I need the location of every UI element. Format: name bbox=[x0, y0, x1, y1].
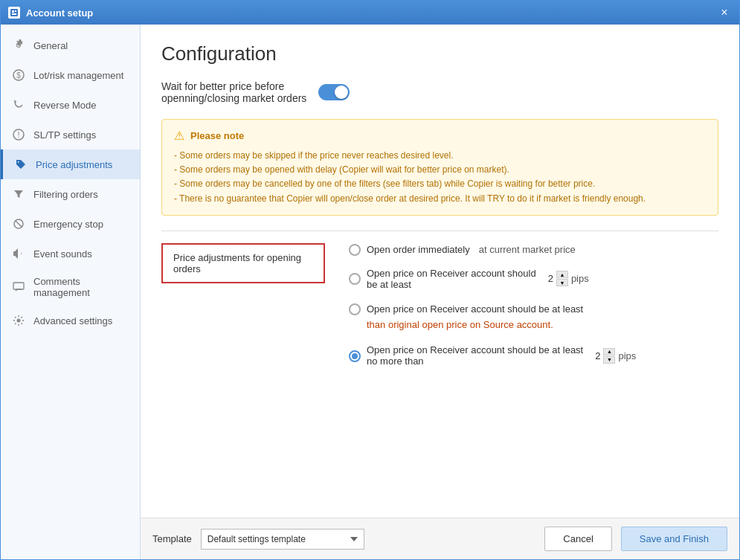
toggle-row: Wait for better price beforeopenning/clo… bbox=[161, 80, 718, 104]
svg-line-9 bbox=[16, 221, 22, 227]
account-setup-window: Account setup × General $ Lot/risk manag… bbox=[0, 0, 740, 560]
radio-label-1-suffix: at current market price bbox=[479, 244, 576, 255]
sidebar-item-price-adjustments[interactable]: Price adjustments bbox=[1, 149, 140, 179]
radio-option-2: Open price on Receiver account shouldbe … bbox=[349, 268, 718, 290]
warning-icon: ⚠ bbox=[174, 129, 184, 143]
notice-line-4: - There is no guarantee that Copier will… bbox=[174, 192, 706, 206]
pips-label-4: pips bbox=[618, 350, 636, 361]
sidebar: General $ Lot/risk management Reverse Mo… bbox=[1, 25, 141, 559]
radio-option-4: Open price on Receiver account should be… bbox=[349, 344, 718, 367]
section-label-text: Price adjustments for opening orders bbox=[173, 252, 301, 274]
refresh-icon bbox=[11, 97, 26, 112]
template-label: Template bbox=[152, 533, 192, 544]
section-options: Open order immediately at current market… bbox=[325, 243, 718, 367]
dollar-icon: $ bbox=[11, 68, 26, 83]
content-area: Configuration Wait for better price befo… bbox=[141, 25, 739, 559]
notice-text: - Some orders may be skipped if the pric… bbox=[174, 149, 706, 206]
template-select[interactable]: Default settings template bbox=[201, 529, 364, 550]
pips-value-4: 2 bbox=[595, 350, 600, 361]
radio-option-3: Open price on Receiver account should be… bbox=[349, 302, 718, 333]
radio-label-4: Open price on Receiver account should be… bbox=[367, 344, 583, 367]
svg-rect-1 bbox=[12, 10, 14, 13]
radio-row-4: Open price on Receiver account should be… bbox=[349, 344, 718, 367]
radio-button-3[interactable] bbox=[349, 303, 361, 315]
radio-row-2: Open price on Receiver account shouldbe … bbox=[349, 268, 718, 290]
notice-line-3: - Some orders may be cancelled by one of… bbox=[174, 177, 706, 191]
sidebar-item-lot-risk-label: Lot/risk management bbox=[33, 70, 123, 81]
filter-icon bbox=[11, 187, 26, 202]
app-icon bbox=[8, 7, 20, 19]
svg-point-11 bbox=[17, 319, 21, 323]
sidebar-item-filtering-label: Filtering orders bbox=[33, 189, 98, 200]
radio-label-1: Open order immediately bbox=[367, 244, 470, 255]
tag-icon bbox=[13, 157, 28, 172]
radio-row-3: Open price on Receiver account should be… bbox=[349, 302, 718, 333]
svg-text:!: ! bbox=[17, 130, 19, 139]
pips-value-2: 2 bbox=[548, 273, 553, 284]
sidebar-item-comments[interactable]: Comments management bbox=[1, 268, 140, 306]
settings-section: Price adjustments for opening orders Ope… bbox=[161, 231, 718, 367]
radio-button-2[interactable] bbox=[349, 273, 361, 285]
radio-button-4[interactable] bbox=[349, 350, 361, 362]
close-button[interactable]: × bbox=[717, 5, 732, 20]
sidebar-item-sl-tp[interactable]: ! SL/TP settings bbox=[1, 120, 140, 149]
main-content: General $ Lot/risk management Reverse Mo… bbox=[1, 25, 739, 559]
pips-label-2: pips bbox=[571, 273, 589, 284]
pips-up-2[interactable]: ▲ bbox=[556, 271, 568, 278]
notice-title: Please note bbox=[190, 130, 244, 141]
footer: Template Default settings template Cance… bbox=[141, 518, 739, 559]
section-label-box: Price adjustments for opening orders bbox=[161, 243, 325, 283]
notice-header: ⚠ Please note bbox=[174, 129, 706, 143]
pips-arrows-4: ▲ ▼ bbox=[603, 348, 615, 364]
svg-rect-3 bbox=[12, 13, 16, 15]
radio-button-1[interactable] bbox=[349, 244, 361, 256]
volume-icon bbox=[11, 246, 26, 261]
sidebar-item-price-label: Price adjustments bbox=[36, 159, 112, 170]
pips-arrows-2: ▲ ▼ bbox=[556, 271, 568, 286]
sidebar-item-sltp-label: SL/TP settings bbox=[33, 129, 96, 141]
cog-advanced-icon bbox=[11, 313, 26, 328]
toggle-label: Wait for better price beforeopenning/clo… bbox=[161, 80, 306, 104]
sidebar-item-general-label: General bbox=[33, 40, 68, 51]
pips-down-4[interactable]: ▼ bbox=[603, 356, 615, 364]
sidebar-item-filtering[interactable]: Filtering orders bbox=[1, 179, 140, 209]
radio-option-1: Open order immediately at current market… bbox=[349, 243, 718, 256]
radio-label-2: Open price on Receiver account shouldbe … bbox=[367, 268, 536, 290]
sidebar-item-reverse-mode[interactable]: Reverse Mode bbox=[1, 90, 140, 120]
radio-row-1: Open order immediately at current market… bbox=[349, 243, 718, 256]
sidebar-item-emergency-label: Emergency stop bbox=[33, 219, 103, 230]
info-icon: ! bbox=[11, 127, 26, 142]
cancel-button[interactable]: Cancel bbox=[544, 527, 611, 551]
save-finish-button[interactable]: Save and Finish bbox=[621, 527, 727, 551]
notice-line-1: - Some orders may be skipped if the pric… bbox=[174, 149, 706, 163]
svg-rect-2 bbox=[15, 10, 16, 12]
toggle-switch[interactable] bbox=[318, 84, 350, 100]
svg-rect-10 bbox=[13, 283, 24, 289]
sidebar-item-reverse-label: Reverse Mode bbox=[33, 100, 97, 111]
titlebar: Account setup × bbox=[1, 1, 739, 25]
pips-up-4[interactable]: ▲ bbox=[603, 348, 615, 355]
sidebar-item-event-sounds[interactable]: Event sounds bbox=[1, 239, 140, 268]
notice-line-2: - Some orders may be opened with delay (… bbox=[174, 163, 706, 177]
pips-down-2[interactable]: ▼ bbox=[556, 279, 568, 286]
config-title: Configuration bbox=[161, 42, 718, 65]
gear-icon bbox=[11, 38, 26, 53]
titlebar-left: Account setup bbox=[8, 7, 93, 19]
sidebar-item-advanced-label: Advanced settings bbox=[33, 315, 112, 326]
chat-icon bbox=[11, 280, 26, 295]
toggle-knob bbox=[335, 86, 348, 99]
sidebar-item-comments-label: Comments management bbox=[33, 276, 129, 298]
sidebar-item-emergency-stop[interactable]: Emergency stop bbox=[1, 209, 140, 239]
sidebar-item-sounds-label: Event sounds bbox=[33, 248, 92, 260]
window-title: Account setup bbox=[26, 7, 93, 19]
sidebar-item-advanced[interactable]: Advanced settings bbox=[1, 306, 140, 335]
notice-box: ⚠ Please note - Some orders may be skipp… bbox=[161, 119, 718, 216]
sidebar-item-general[interactable]: General bbox=[1, 30, 140, 60]
ban-icon bbox=[11, 216, 26, 231]
sidebar-item-lot-risk[interactable]: $ Lot/risk management bbox=[1, 60, 140, 90]
svg-text:$: $ bbox=[16, 71, 21, 80]
radio-label-3: Open price on Receiver account should be… bbox=[367, 302, 583, 333]
section-label-area: Price adjustments for opening orders bbox=[161, 243, 325, 367]
config-panel: Configuration Wait for better price befo… bbox=[141, 25, 739, 518]
